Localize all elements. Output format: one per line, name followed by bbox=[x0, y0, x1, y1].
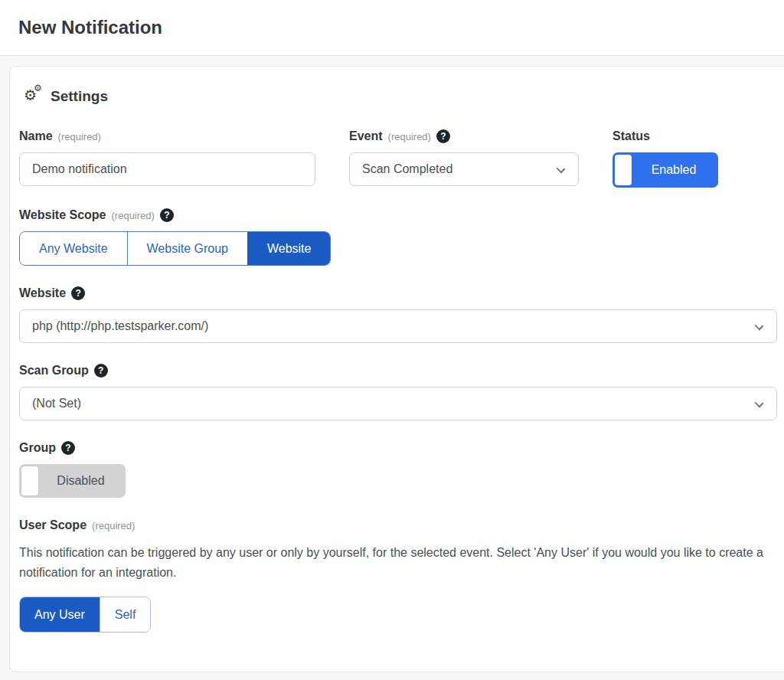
question-circle-icon[interactable]: ? bbox=[436, 129, 450, 143]
website-scope-option-any-website[interactable]: Any Website bbox=[20, 232, 127, 265]
website-label-row: Website ? bbox=[19, 286, 777, 300]
scan-group-label: Scan Group bbox=[19, 364, 89, 378]
chevron-down-icon bbox=[557, 165, 566, 174]
website-scope-option-website-group[interactable]: Website Group bbox=[127, 232, 247, 265]
name-required-hint: (required) bbox=[58, 131, 101, 142]
scan-group-select[interactable]: (Not Set) bbox=[19, 387, 777, 420]
group-label: Group bbox=[19, 441, 56, 455]
gears-icon: ⚙ ⚙ bbox=[24, 88, 44, 105]
user-scope-option-self[interactable]: Self bbox=[100, 597, 151, 632]
website-select[interactable]: php (http://php.testsparker.com/) bbox=[19, 309, 777, 343]
question-circle-icon[interactable]: ? bbox=[94, 364, 108, 378]
website-field-group: Website ? php (http://php.testsparker.co… bbox=[19, 286, 777, 343]
event-select[interactable]: Scan Completed bbox=[349, 152, 579, 186]
question-circle-icon[interactable]: ? bbox=[71, 286, 85, 300]
status-toggle-knob[interactable] bbox=[615, 155, 632, 185]
name-input[interactable] bbox=[19, 152, 315, 186]
settings-card-header: ⚙ ⚙ Settings bbox=[24, 88, 784, 105]
name-field-group: Name (required) bbox=[19, 129, 315, 188]
event-required-hint: (required) bbox=[388, 131, 431, 142]
event-label-row: Event (required) ? bbox=[349, 129, 579, 143]
status-toggle[interactable]: Enabled bbox=[612, 152, 718, 188]
chevron-down-icon bbox=[755, 322, 764, 331]
website-scope-label: Website Scope bbox=[19, 208, 106, 222]
group-toggle-knob[interactable] bbox=[21, 466, 38, 495]
question-circle-icon[interactable]: ? bbox=[160, 208, 174, 222]
chevron-down-icon bbox=[755, 399, 764, 408]
website-scope-required-hint: (required) bbox=[112, 210, 155, 221]
website-scope-label-row: Website Scope (required) ? bbox=[19, 208, 777, 222]
gear-glyph-small: ⚙ bbox=[34, 83, 42, 93]
status-label-row: Status bbox=[612, 129, 718, 143]
page-title: New Notification bbox=[0, 0, 784, 38]
name-label: Name bbox=[19, 129, 53, 143]
question-circle-icon[interactable]: ? bbox=[61, 441, 75, 455]
scan-group-select-value: (Not Set) bbox=[32, 397, 81, 410]
scan-group-label-row: Scan Group ? bbox=[19, 364, 777, 378]
user-scope-option-any-user[interactable]: Any User bbox=[20, 597, 100, 632]
event-label: Event bbox=[349, 129, 383, 143]
group-field-group: Group ? Disabled bbox=[19, 441, 777, 498]
settings-title: Settings bbox=[51, 88, 108, 105]
page-header: New Notification bbox=[0, 0, 784, 56]
user-scope-description: This notification can be triggered by an… bbox=[19, 543, 777, 583]
settings-card: ⚙ ⚙ Settings Name (required) Event (requ… bbox=[9, 66, 784, 672]
group-label-row: Group ? bbox=[19, 441, 777, 455]
user-scope-field-group: User Scope (required) This notification … bbox=[19, 518, 777, 633]
website-select-value: php (http://php.testsparker.com/) bbox=[32, 319, 208, 333]
notification-form: Name (required) Event (required) ? Scan … bbox=[19, 129, 777, 633]
status-field-group: Status Enabled bbox=[612, 129, 718, 188]
website-scope-button-group: Any Website Website Group Website bbox=[19, 231, 331, 266]
user-scope-required-hint: (required) bbox=[92, 520, 135, 531]
user-scope-label-row: User Scope (required) bbox=[19, 518, 777, 532]
row-name-event-status: Name (required) Event (required) ? Scan … bbox=[19, 129, 777, 188]
user-scope-label: User Scope bbox=[19, 518, 87, 532]
status-label: Status bbox=[612, 129, 650, 143]
name-label-row: Name (required) bbox=[19, 129, 315, 143]
user-scope-button-group: Any User Self bbox=[19, 597, 151, 633]
website-label: Website bbox=[19, 286, 66, 300]
event-field-group: Event (required) ? Scan Completed bbox=[349, 129, 579, 188]
website-scope-field-group: Website Scope (required) ? Any Website W… bbox=[19, 208, 777, 266]
event-select-value: Scan Completed bbox=[362, 162, 452, 176]
scan-group-field-group: Scan Group ? (Not Set) bbox=[19, 364, 777, 420]
group-toggle[interactable]: Disabled bbox=[19, 464, 126, 498]
website-scope-option-website[interactable]: Website bbox=[247, 232, 331, 265]
